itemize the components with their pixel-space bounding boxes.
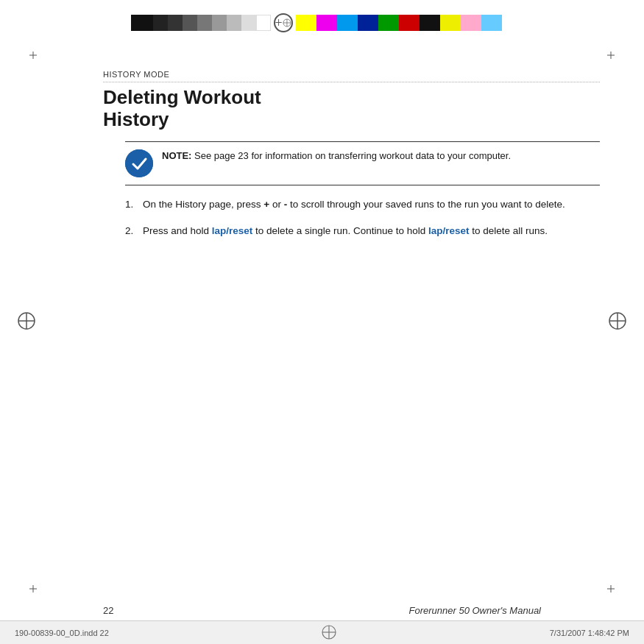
svg-point-17 — [125, 149, 153, 177]
plus-symbol: + — [263, 199, 269, 210]
color-swatch — [358, 15, 378, 31]
color-swatch — [197, 15, 212, 31]
timestamp: 7/31/2007 1:48:42 PM — [550, 629, 629, 637]
reg-mark-left — [16, 311, 37, 334]
color-swatch — [296, 15, 316, 31]
color-swatch — [316, 15, 337, 31]
color-swatch — [461, 15, 481, 31]
page-number: 22 — [103, 605, 113, 616]
minus-symbol: - — [284, 199, 288, 210]
corner-mark-bottom-right — [600, 578, 622, 600]
color-swatch — [183, 15, 197, 31]
main-content: History Mode Deleting WorkoutHistory NOT… — [103, 70, 600, 570]
step-2: Press and hold lap/reset to delete a sin… — [125, 224, 600, 238]
color-swatch — [168, 15, 183, 31]
color-swatch — [212, 15, 227, 31]
color-swatch — [399, 15, 420, 31]
color-swatch — [420, 15, 440, 31]
section-heading: History Mode — [103, 70, 600, 79]
file-info: 190-00839-00_0D.indd 22 — [15, 629, 109, 637]
corner-mark-top-right — [600, 44, 622, 66]
color-swatch — [131, 15, 153, 31]
bottom-bar: 190-00839-00_0D.indd 22 7/31/2007 1:48:4… — [0, 620, 644, 644]
color-swatch — [378, 15, 399, 31]
manual-title: Forerunner 50 Owner's Manual — [408, 605, 541, 616]
color-swatch — [337, 15, 358, 31]
note-box: NOTE: See page 23 for information on tra… — [125, 141, 600, 185]
color-bar — [131, 13, 514, 32]
color-swatch — [227, 15, 241, 31]
footer: 22 Forerunner 50 Owner's Manual — [0, 605, 644, 616]
color-swatch — [153, 15, 168, 31]
step-1: On the History page, press + or - to scr… — [125, 197, 600, 212]
crosshair-icon — [274, 13, 293, 32]
color-swatch — [256, 15, 271, 31]
note-icon — [125, 149, 153, 177]
color-swatch — [481, 15, 502, 31]
reg-mark-right — [607, 311, 628, 334]
note-label: NOTE: — [162, 150, 191, 161]
lap-reset-bold-2: lap/reset — [428, 225, 470, 236]
note-content: See page 23 for information on transferr… — [194, 150, 511, 161]
color-swatch — [440, 15, 461, 31]
steps-list: On the History page, press + or - to scr… — [125, 197, 600, 239]
corner-mark-top-left — [22, 44, 44, 66]
page-title: Deleting WorkoutHistory — [103, 87, 600, 131]
lap-reset-bold-1: lap/reset — [212, 225, 253, 236]
corner-mark-bottom-left — [22, 578, 44, 600]
bottom-crosshair — [320, 623, 338, 643]
color-swatch — [241, 15, 256, 31]
note-text: NOTE: See page 23 for information on tra… — [162, 149, 511, 163]
section-divider — [103, 82, 600, 82]
